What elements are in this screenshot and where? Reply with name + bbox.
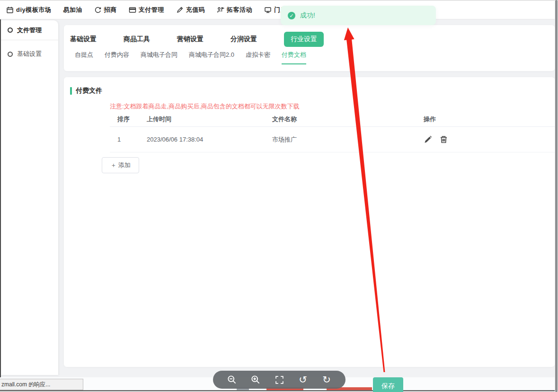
col-header-upload-time: 上传时间 — [147, 115, 272, 124]
save-button[interactable]: 保存 — [373, 377, 403, 392]
image-viewer-toolbar: ↺ ↻ — [213, 371, 345, 389]
vertical-scrollbar[interactable] — [555, 0, 558, 392]
pencil-icon — [176, 6, 184, 14]
cell-file-name: 市场推广 — [272, 135, 424, 144]
sidebar-item-file-management[interactable]: 文件管理 — [1, 20, 58, 40]
nav-label: 支付管理 — [139, 6, 164, 14]
zoom-out-icon[interactable] — [226, 374, 238, 385]
nav-label: 易加油 — [63, 6, 82, 14]
table-header-row: 排序 上传时间 文件名称 操作 — [110, 112, 555, 127]
main-tabs: 基础设置 商品工具 营销设置 分润设置 行业设置 — [64, 25, 555, 47]
rotate-left-icon[interactable]: ↺ — [297, 374, 309, 385]
nav-customer-activity[interactable]: 拓客活动 — [217, 6, 252, 14]
success-toast: ✓ 成功! — [281, 6, 436, 25]
refresh-icon — [94, 6, 102, 14]
radio-circle-icon — [8, 27, 13, 33]
nav-label: diy模板市场 — [16, 6, 51, 14]
tab-profit-sharing-settings[interactable]: 分润设置 — [230, 32, 257, 47]
row-operations — [424, 135, 555, 144]
col-header-sort: 排序 — [110, 115, 147, 124]
zoom-in-icon[interactable] — [250, 374, 261, 385]
browser-status-tooltip: zmall.com 的响应... — [0, 379, 83, 390]
tab-marketing-settings[interactable]: 营销设置 — [177, 32, 204, 47]
table-row: 1 2023/06/06 17:38:04 市场推广 — [110, 127, 555, 152]
nav-label: 充值码 — [186, 6, 205, 14]
promotion-icon — [217, 6, 224, 14]
nav-yijiayou[interactable]: 易加油 — [63, 6, 82, 14]
nav-zhaoshang[interactable]: 招商 — [94, 6, 117, 14]
section-title: 付费文件 — [76, 87, 102, 95]
paid-documents-panel: 付费文件 注意:文档跟着商品走,商品购买后,商品包含的文档都可以无限次数下载 排… — [64, 77, 555, 367]
nav-label: 招商 — [104, 6, 117, 14]
add-button[interactable]: ＋ 添加 — [102, 157, 139, 173]
tab-product-tools[interactable]: 商品工具 — [124, 32, 150, 47]
scrollbar-thumb[interactable] — [555, 0, 558, 392]
subtab-pickup-point[interactable]: 自提点 — [75, 51, 93, 63]
calendar-icon — [6, 6, 14, 14]
subtab-mall-econtract-2[interactable]: 商城电子合同2.0 — [189, 51, 234, 63]
delete-trash-icon[interactable] — [439, 135, 448, 144]
sidebar-item-label: 基础设置 — [17, 50, 42, 58]
nav-diy-template-market[interactable]: diy模板市场 — [6, 6, 51, 14]
section-accent-bar — [70, 87, 72, 95]
cell-upload-time: 2023/06/06 17:38:04 — [147, 136, 272, 143]
edit-pencil-icon[interactable] — [424, 135, 433, 144]
tab-industry-settings[interactable]: 行业设置 — [284, 32, 324, 47]
left-sidebar: 文件管理 基础设置 — [1, 20, 58, 375]
subtab-virtual-card-key[interactable]: 虚拟卡密 — [246, 51, 270, 63]
sidebar-item-basic-settings[interactable]: 基础设置 — [1, 44, 58, 64]
nav-payment-management[interactable]: 支付管理 — [129, 6, 164, 14]
documents-table: 排序 上传时间 文件名称 操作 1 2023/06/06 17:38:04 市场… — [110, 112, 555, 152]
warning-note: 注意:文档跟着商品走,商品购买后,商品包含的文档都可以无限次数下载 — [110, 102, 300, 111]
section-header: 付费文件 — [70, 87, 102, 95]
sidebar-item-label: 文件管理 — [17, 26, 42, 35]
top-nav-bar: diy模板市场 易加油 招商 支付管理 充值码 拓客活动 门店-收银台 — [0, 0, 558, 19]
cell-sort: 1 — [110, 136, 147, 143]
toast-message: 成功! — [300, 11, 315, 20]
rotate-right-icon[interactable]: ↻ — [321, 374, 332, 385]
col-header-file-name: 文件名称 — [272, 115, 424, 124]
tab-basic-settings[interactable]: 基础设置 — [70, 32, 97, 47]
success-check-icon: ✓ — [288, 12, 295, 19]
pos-terminal-icon — [264, 6, 272, 14]
col-header-operations: 操作 — [424, 115, 555, 124]
fullscreen-icon[interactable] — [274, 374, 285, 385]
bank-card-icon — [129, 6, 136, 14]
subtab-paid-documents[interactable]: 付费文档 — [282, 51, 306, 64]
subtab-mall-econtract[interactable]: 商城电子合同 — [141, 51, 177, 63]
nav-recharge-code[interactable]: 充值码 — [176, 6, 205, 14]
sub-tabs: 自提点 付费内容 商城电子合同 商城电子合同2.0 虚拟卡密 付费文档 — [64, 47, 555, 64]
subtab-paid-content[interactable]: 付费内容 — [105, 51, 129, 63]
radio-circle-icon — [8, 52, 13, 57]
nav-label: 拓客活动 — [227, 6, 252, 14]
settings-tabs-panel: 基础设置 商品工具 营销设置 分润设置 行业设置 自提点 付费内容 商城电子合同… — [64, 25, 555, 71]
